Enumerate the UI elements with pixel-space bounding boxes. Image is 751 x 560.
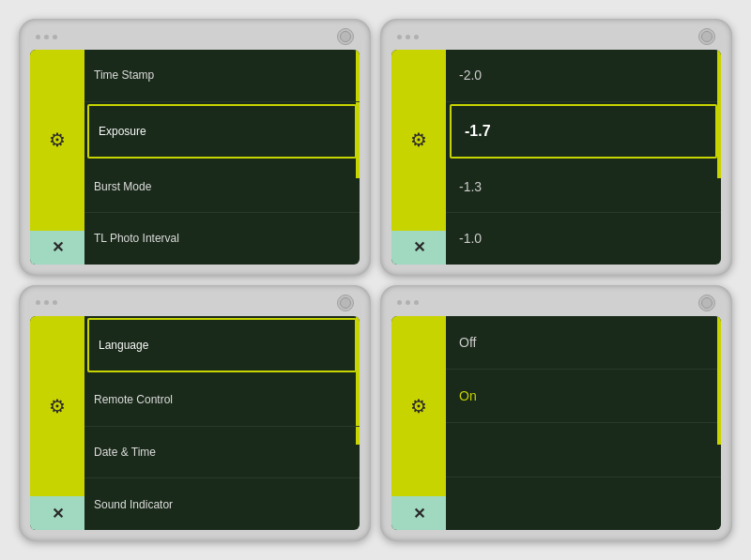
camera-top-bar [391, 28, 721, 45]
camera-top-button-inner [701, 297, 713, 309]
value-item-empty1 [446, 423, 721, 477]
camera-top-button[interactable] [698, 28, 715, 45]
camera-device-bottom-left: ⚙ ✕ Language Remote Control Date & Time … [19, 285, 371, 542]
camera-dot [53, 300, 57, 305]
camera-dot [53, 35, 57, 39]
camera-dot [36, 35, 40, 39]
camera-dot [406, 300, 410, 305]
camera-top-button-inner [340, 297, 351, 309]
camera-top-button-inner [340, 31, 351, 42]
camera-screen: ⚙ ✕ Language Remote Control Date & Time … [30, 316, 360, 531]
close-icon: ✕ [413, 505, 425, 522]
left-sidebar: ⚙ ✕ [30, 50, 84, 265]
value-item-off[interactable]: Off [446, 316, 721, 370]
camera-device-top-right: ⚙ ✕ -2.0 -1.7 -1.3 -1.0 [380, 19, 732, 276]
camera-dots [36, 300, 57, 305]
camera-top-button[interactable] [698, 295, 715, 311]
camera-dot [414, 35, 419, 39]
menu-item-tl[interactable]: TL Photo Interval [84, 213, 360, 265]
values-content: Off On [446, 316, 721, 531]
menu-item-burst[interactable]: Burst Mode [84, 160, 360, 213]
camera-top-button[interactable] [337, 28, 354, 45]
camera-device-bottom-right: ⚙ ✕ Off On [380, 285, 732, 542]
menu-item-exposure[interactable]: Exposure [87, 104, 357, 159]
camera-screen: ⚙ ✕ -2.0 -1.7 -1.3 -1.0 [391, 50, 721, 265]
gear-icon: ⚙ [410, 395, 427, 417]
camera-dot [414, 300, 419, 305]
close-section: ✕ [30, 496, 84, 530]
close-section: ✕ [30, 231, 84, 265]
menu-item-remote[interactable]: Remote Control [84, 374, 360, 427]
value-item-empty2 [446, 477, 721, 530]
camera-dot [44, 300, 49, 305]
gear-section: ⚙ [30, 50, 84, 231]
indicator-bar [717, 50, 721, 178]
left-sidebar: ⚙ ✕ [391, 50, 446, 265]
close-icon: ✕ [413, 238, 425, 256]
camera-dot [44, 35, 49, 39]
camera-dots [36, 35, 57, 39]
values-content: -2.0 -1.7 -1.3 -1.0 [446, 50, 721, 265]
camera-top-button-inner [701, 31, 713, 42]
menu-content: Language Remote Control Date & Time Soun… [84, 316, 360, 531]
camera-screen: ⚙ ✕ Time Stamp Exposure Burst Mode TL Ph… [30, 50, 360, 265]
gear-section: ⚙ [391, 316, 446, 497]
camera-top-bar [30, 28, 360, 45]
value-item-neg10[interactable]: -1.0 [446, 213, 721, 265]
camera-dot [36, 300, 40, 305]
camera-dot [406, 35, 410, 39]
camera-top-bar [391, 295, 721, 311]
value-item-neg13[interactable]: -1.3 [446, 160, 721, 213]
camera-top-bar [30, 295, 360, 311]
left-sidebar: ⚙ ✕ [391, 316, 446, 531]
value-item-on[interactable]: On [446, 370, 721, 423]
close-section: ✕ [391, 496, 446, 530]
camera-device-top-left: ⚙ ✕ Time Stamp Exposure Burst Mode TL Ph… [19, 19, 371, 276]
close-section: ✕ [391, 231, 446, 265]
camera-dot [397, 35, 402, 39]
menu-item-sound[interactable]: Sound Indicator [84, 478, 360, 530]
gear-icon: ⚙ [49, 129, 66, 151]
menu-item-datetime[interactable]: Date & Time [84, 427, 360, 479]
gear-section: ⚙ [391, 50, 446, 231]
gear-icon: ⚙ [49, 395, 66, 417]
close-icon: ✕ [52, 238, 64, 256]
camera-top-button[interactable] [337, 295, 354, 311]
menu-item-timestamp[interactable]: Time Stamp [84, 50, 360, 102]
left-sidebar: ⚙ ✕ [30, 316, 84, 531]
camera-dots [397, 300, 419, 305]
gear-icon: ⚙ [410, 129, 427, 151]
camera-screen: ⚙ ✕ Off On [391, 316, 721, 531]
indicator-bar [717, 316, 721, 445]
camera-dot [397, 300, 402, 305]
menu-content: Time Stamp Exposure Burst Mode TL Photo … [84, 50, 360, 265]
close-icon: ✕ [52, 505, 64, 522]
camera-dots [397, 35, 419, 39]
menu-item-language[interactable]: Language [87, 318, 357, 373]
value-item-neg2[interactable]: -2.0 [446, 50, 721, 102]
value-item-neg17[interactable]: -1.7 [450, 104, 717, 159]
gear-section: ⚙ [30, 316, 84, 497]
